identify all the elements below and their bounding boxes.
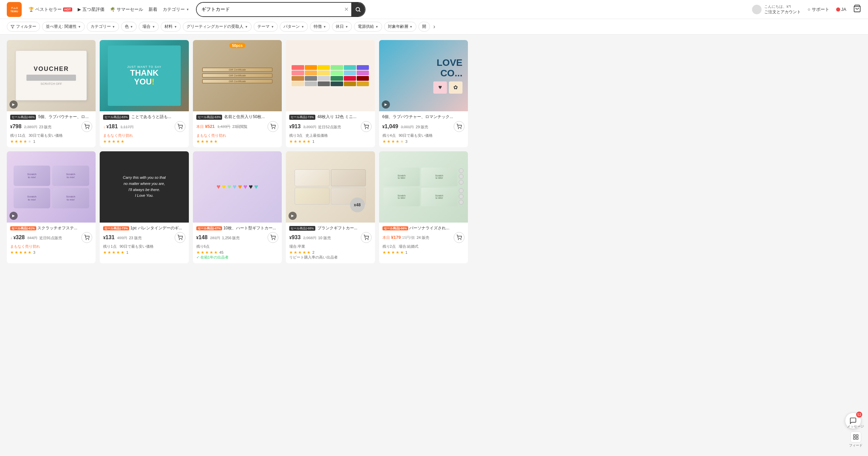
svg-point-21 (272, 240, 273, 240)
video-play-icon[interactable]: ▶ (382, 100, 390, 109)
language-button[interactable]: JA (836, 7, 846, 12)
add-to-cart-button[interactable] (81, 121, 92, 132)
filter-theme[interactable]: テーマ ▼ (254, 22, 278, 32)
sales-count: 1,256 販売 (222, 236, 240, 240)
nav-bestseller[interactable]: 🏆 ベストセラー HOT (28, 6, 72, 13)
svg-point-22 (275, 240, 275, 240)
product-card[interactable]: Scratchto mix! Scratchto mix! Scratchto … (7, 151, 96, 264)
product-card[interactable]: JUST WANT TO SAY THANKYOU! セール商品|-83% こと… (100, 40, 189, 147)
hot-badge: HOT (63, 7, 72, 12)
filter-bar: フィルター 並べ替え: 関連性 ▼ カテゴリー ▼ 色 ▼ 場合 ▼ 材料 ▼ … (0, 19, 868, 35)
price-original: 2,968円 (303, 236, 316, 240)
nav-five-star[interactable]: ▶ 五つ星評価 (78, 6, 104, 13)
filter-recipient[interactable]: グリーティングカードの受取人 ▼ (183, 22, 252, 32)
add-to-cart-button[interactable] (454, 121, 465, 132)
add-to-cart-button[interactable] (268, 121, 278, 132)
svg-point-24 (368, 240, 368, 240)
search-input[interactable] (197, 4, 341, 15)
envelope-color-chip (318, 76, 330, 81)
filter-age[interactable]: 対象年齢層 ▼ (384, 22, 416, 32)
envelope-color-chip (292, 71, 304, 75)
video-play-icon[interactable]: ▶ (289, 212, 297, 220)
cart-button[interactable] (853, 4, 861, 14)
product-card[interactable]: ♥ ♥ ♥ ♥ ♥ ♥ ♥ ♥ セール商品|-47% 10枚、ハート型ギフト (193, 151, 282, 264)
price-original: 1,117円 (120, 125, 134, 129)
video-play-icon[interactable]: ▶ (9, 212, 18, 220)
product-info: セール商品|-73% 1pc バレンタインデーのギ... ¥131 499円 2… (100, 223, 189, 259)
user-account-button[interactable]: こんにちは、k*l ご注文とアカウント (752, 4, 801, 15)
product-info: セール商品|-68% ブランクギフトカー... ¥933 2,968円 10 販… (286, 223, 375, 264)
add-to-cart-button[interactable] (268, 232, 278, 243)
filter-feature[interactable]: 特徴 ▼ (310, 22, 330, 32)
filter-next-button[interactable]: › (432, 23, 437, 30)
nav-summer-sale[interactable]: 🌴 サマーセール (110, 6, 143, 13)
search-submit-button[interactable] (351, 3, 365, 16)
temu-logo[interactable]: テムロ TEMU (7, 2, 22, 17)
filter-power[interactable]: 電源供給 ▼ (354, 22, 382, 32)
svg-point-16 (461, 128, 461, 129)
add-to-cart-button[interactable] (454, 232, 465, 243)
sort-button[interactable]: 並べ替え: 関連性 ▼ (42, 22, 85, 32)
add-to-cart-button[interactable] (175, 232, 185, 243)
envelope-color-chip (305, 76, 317, 81)
add-to-cart-button[interactable] (81, 232, 92, 243)
filter-pattern[interactable]: パターン ▼ (280, 22, 308, 32)
price-main: ¥131 (103, 234, 114, 240)
nav-new[interactable]: 新着 (149, 6, 157, 13)
review-count: 45 (219, 250, 223, 254)
product-info: セール商品|-83% ことであるうと語も... ↓ ¥181 1,117円 (100, 111, 189, 147)
envelope-color-chip (331, 71, 343, 75)
envelope-color-chip (292, 81, 304, 86)
search-clear-button[interactable]: ✕ (341, 6, 351, 13)
filter-material[interactable]: 材料 ▼ (161, 22, 181, 32)
star-rating: ★ ★ ★ ★ ★ 1 (103, 250, 185, 255)
filter-holiday[interactable]: 休日 ▼ (332, 22, 352, 32)
product-title: セール商品|-83% ことであるうと語も... (103, 114, 185, 120)
filter-more[interactable]: 開 (418, 22, 430, 32)
stock-info: 残り2点 場合:結婚式 (382, 244, 465, 249)
envelope-color-chip (344, 76, 356, 81)
add-to-cart-button[interactable] (361, 232, 372, 243)
price-main: ¥328 (14, 234, 25, 240)
nav-categories[interactable]: カテゴリー ▼ (163, 6, 189, 13)
add-to-cart-button[interactable] (175, 121, 185, 132)
add-to-cart-button[interactable] (361, 121, 372, 132)
product-card[interactable]: Scratchto Win! Scratchto Win! Scratchto … (379, 151, 468, 264)
video-play-icon[interactable]: ▶ (9, 100, 18, 109)
envelope-color-chip (305, 81, 317, 86)
review-count: 1 (312, 139, 314, 144)
support-button[interactable]: ○ サポート (808, 6, 829, 13)
sales-count: 29 販売 (416, 125, 428, 129)
product-title: セール商品|-66% パーソナライズされ... (382, 225, 465, 231)
quantity-badge: 50pcs (229, 43, 245, 48)
product-info: セール商品|-73% 48枚入り 12色 ミニ... ¥913 3,390円 近… (286, 111, 375, 147)
envelope-color-chip (357, 71, 369, 75)
lang-flag (836, 7, 840, 12)
discount-badge: セール商品|-83% (103, 115, 129, 120)
product-card[interactable]: セール商品|-73% 48枚入り 12色 ミニ... ¥913 3,390円 近… (286, 40, 375, 147)
filter-color[interactable]: 色 ▼ (121, 22, 137, 32)
review-count: 1 (406, 250, 408, 254)
svg-point-20 (181, 240, 182, 240)
product-title: セール商品|-63% 名前と住所入り50枚... (196, 114, 278, 120)
product-title: セール商品|-47% 10枚、ハート型ギフトカー... (196, 225, 278, 231)
review-count: 3 (406, 139, 408, 144)
product-card[interactable]: Gift Certificate Gift Certificate Gift C… (193, 40, 282, 147)
filter-occasion[interactable]: 場合 ▼ (139, 22, 159, 32)
product-image: Carry this with you so thatno matter whe… (100, 151, 189, 223)
svg-point-8 (88, 128, 89, 129)
product-title: セール商品|-73% 1pc バレンタインデーのギ... (103, 225, 185, 231)
filter-button[interactable]: フィルター (7, 22, 40, 32)
filter-category[interactable]: カテゴリー ▼ (87, 22, 119, 32)
product-card[interactable]: VOUCHER SCRATCH OFF ▶ セール商品|-66% 5個、ラブバウ… (7, 40, 96, 147)
discount-badge: セール商品|-63% (196, 115, 222, 120)
stock-info: 残り4点 90日で最も安い価格 (382, 133, 465, 138)
product-image (286, 40, 375, 111)
envelope-color-chip (331, 65, 343, 70)
product-card[interactable]: Carry this with you so thatno matter whe… (100, 151, 189, 264)
product-card[interactable]: LOVECO... ♥ ✿ ▶ 6個、ラブバウチャー、ロマンチック... ¥1,… (379, 40, 468, 147)
main-nav: 🏆 ベストセラー HOT ▶ 五つ星評価 🌴 サマーセール 新着 カテゴリー ▼ (28, 6, 189, 13)
product-grid: VOUCHER SCRATCH OFF ▶ セール商品|-66% 5個、ラブバウ… (7, 40, 468, 263)
occasion-info: 場合:卒業 (289, 244, 371, 249)
product-card[interactable]: x48 ▶ セール商品|-68% ブランクギフトカー... ¥933 2,968… (286, 151, 375, 264)
